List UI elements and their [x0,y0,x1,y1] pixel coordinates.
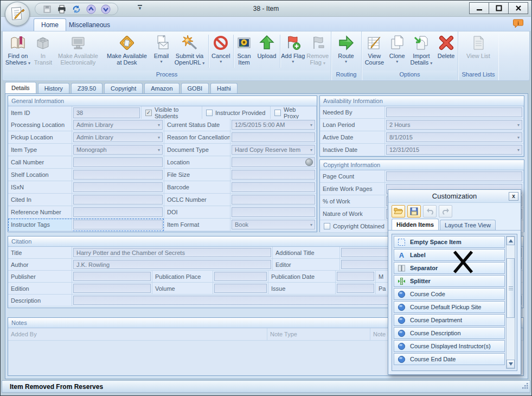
file-size-field[interactable] [232,170,315,180]
title-field[interactable]: Harry Potter and the Chamber of Secrets [73,248,271,257]
maximize-button[interactable] [489,2,509,14]
upload-arrow-icon [258,34,275,52]
tab-home[interactable]: Home [34,18,66,31]
make-available-at-desk-button[interactable]: Make Available at Desk [102,33,151,70]
add-flag-button[interactable]: Add Flag ▾ [281,33,305,70]
list-item-course-department[interactable]: Course Department [394,314,505,326]
edition-field[interactable] [73,284,151,293]
needed-by-field[interactable] [386,107,522,117]
active-date-dropdown[interactable]: 8/1/2015 [386,132,522,142]
minimize-button[interactable] [469,2,489,14]
reference-number-field[interactable] [73,207,163,217]
redo-icon [441,208,450,215]
reason-for-cancellation-field[interactable] [232,132,315,142]
tab-layout-tree-view[interactable]: Layout Tree View [440,220,496,230]
page-count-field[interactable] [386,171,522,181]
instructor-provided-checkbox[interactable]: Instructor Provided [202,106,271,120]
oclc-number-field[interactable] [232,195,315,205]
tab-miscellaneous[interactable]: Miscellaneous [62,19,117,31]
tab-details[interactable]: Details [5,82,36,93]
publisher-field[interactable] [73,272,151,281]
import-pages-icon [413,34,430,52]
delete-button[interactable]: Delete [435,33,457,70]
list-item-separator[interactable]: Separator [394,262,505,274]
issue-field[interactable] [337,284,374,293]
resize-grip[interactable] [521,382,529,391]
dropdown-arrow-icon: ▾ [396,59,398,65]
customization-close-button[interactable]: x [509,192,518,201]
list-item-label[interactable]: A Label [394,249,505,261]
list-item-course-end-date[interactable]: Course End Date [394,353,505,365]
list-item-splitter[interactable]: Splitter [394,275,505,287]
tab-gobi[interactable]: GOBI [181,83,209,93]
loan-period-dropdown[interactable]: 2 Hours [386,120,522,130]
save-layout-button[interactable] [407,205,421,218]
tab-history[interactable]: History [38,83,69,93]
open-layout-button[interactable] [392,205,405,218]
tab-z3950[interactable]: Z39.50 [71,83,102,93]
tab-amazon[interactable]: Amazon [144,83,179,93]
isxn-field[interactable] [73,182,163,192]
help-icon[interactable]: i [513,19,523,28]
blue-orb-icon [398,316,406,324]
publication-place-field[interactable] [214,272,267,281]
separator [280,35,280,68]
visible-to-students-checkbox[interactable]: Visible to Students [142,106,202,120]
call-number-field[interactable] [73,157,163,167]
cancel-button[interactable]: Cancel ▾ [209,33,233,70]
tab-copyright[interactable]: Copyright [104,83,143,93]
doi-field[interactable] [232,207,315,217]
upload-button[interactable]: Upload [254,33,279,70]
monitor-icon [69,34,87,52]
tab-hidden-items[interactable]: Hidden Items [392,219,439,230]
pickup-location-dropdown[interactable]: Admin Library [73,132,163,142]
list-item-course-description[interactable]: Course Description [394,327,505,339]
publication-date-field[interactable] [337,272,374,281]
list-item-empty-space[interactable]: Empty Space Item [394,236,505,248]
processing-location-dropdown[interactable]: Admin Library [73,120,163,130]
location-field[interactable] [232,157,315,167]
view-list-button: View List [462,33,495,70]
column-added-by[interactable]: Added By [8,328,267,341]
find-on-shelves-button[interactable]: Find on Shelves ▾ [3,33,33,70]
list-scrollbar[interactable] [506,236,515,369]
scroll-up-button[interactable] [507,237,515,245]
delete-x-icon [438,34,455,52]
tab-hathi[interactable]: Hathi [210,83,238,93]
scroll-down-button[interactable] [507,360,515,368]
inactive-date-dropdown[interactable]: 12/31/2015 [386,145,522,155]
customization-tabs: Hidden Items Layout Tree View [388,219,521,231]
submit-via-openurl-button[interactable]: Submit via OpenURL ▾ [171,33,208,70]
remove-flag-button: Remove Flag ▾ [305,33,330,70]
list-item-course-displayed-instructors[interactable]: Course Displayed Instructor(s) [394,340,505,352]
application-menu-button[interactable] [5,2,30,26]
web-proxy-checkbox[interactable]: Web Proxy [271,106,317,120]
list-item-course-code[interactable]: Course Code [394,288,505,300]
scan-item-button[interactable]: Scan Item [234,33,254,70]
current-status-date-dropdown[interactable]: 12/5/2015 5:00 AM [232,120,315,130]
import-details-button[interactable]: Import Details ▾ [408,33,435,70]
column-note-type[interactable]: Note Type [267,328,370,341]
close-button[interactable] [508,2,528,14]
splitter-icon [398,277,406,285]
route-button[interactable]: Route ▾ [332,33,360,70]
email-button[interactable]: Email ▾ [151,33,171,70]
ribbon-group-process: Find on Shelves ▾ In Transit Make Availa… [3,31,331,80]
clone-button[interactable]: Clone ▾ [387,33,408,70]
item-type-dropdown[interactable]: Monograph [73,145,163,155]
scroll-thumb[interactable] [507,258,515,318]
item-id-field[interactable]: 38 [73,107,140,118]
status-bar: Item Removed From Reserves [2,380,530,393]
document-type-dropdown[interactable]: Hard Copy Reserve Item [232,145,315,155]
barcode-field[interactable] [232,182,315,192]
ribbon-group-options: View Course Clone ▾ Import Details ▾ Del… [362,31,458,80]
item-format-dropdown[interactable]: Book [232,220,315,229]
cited-in-field[interactable] [73,195,163,205]
shelf-location-field[interactable] [73,170,163,180]
volume-field[interactable] [214,284,267,293]
author-field[interactable]: J.K. Rowling [73,260,271,269]
list-item-course-default-pickup-site[interactable]: Course Default Pickup Site [394,301,505,313]
add-flag-icon [284,34,302,52]
view-course-button[interactable]: View Course [362,33,387,70]
x-cursor [451,249,476,275]
